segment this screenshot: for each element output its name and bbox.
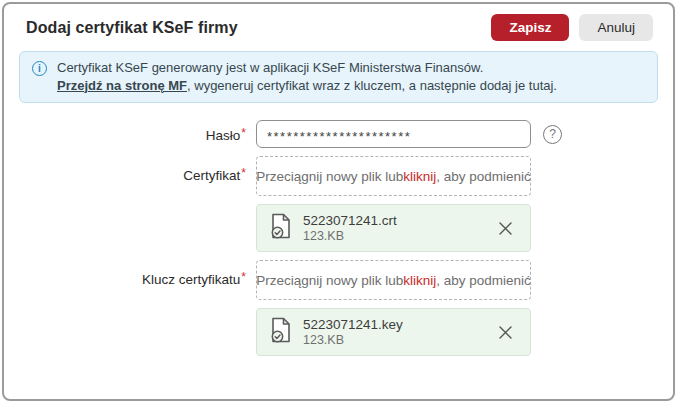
save-button[interactable]: Zapisz: [491, 14, 569, 41]
certificate-label: Certyfikat*: [19, 156, 256, 196]
certificate-form: Hasło* ? Certyfikat* Przeciągnij nowy pl…: [4, 103, 673, 356]
file-check-icon: [270, 212, 293, 244]
certificate-key-row: Klucz certyfikatu* Przeciągnij nowy plik…: [19, 260, 673, 300]
password-input[interactable]: [256, 120, 531, 148]
certificate-key-label: Klucz certyfikatu*: [19, 260, 256, 300]
info-text: Certyfikat KSeF generowany jest w aplika…: [57, 59, 557, 94]
certificate-key-file-card: 5223071241.key 123.KB: [256, 308, 531, 356]
header-buttons: Zapisz Anuluj: [491, 14, 653, 41]
question-circle-icon[interactable]: ?: [543, 125, 562, 144]
file-check-icon: [270, 316, 293, 348]
file-meta: 5223071241.crt 123.KB: [303, 212, 494, 244]
file-name: 5223071241.key: [303, 316, 494, 333]
info-line-1: Certyfikat KSeF generowany jest w aplika…: [57, 59, 557, 77]
mf-site-link[interactable]: Przejdź na stronę MF: [57, 78, 187, 93]
password-field-wrap: ?: [256, 120, 562, 148]
remove-certificate-file-button[interactable]: [494, 217, 516, 239]
certificate-file-row: 5223071241.crt 123.KB: [19, 204, 673, 252]
required-asterisk: *: [241, 126, 246, 140]
file-meta: 5223071241.key 123.KB: [303, 316, 494, 348]
certificate-key-dropzone[interactable]: Przeciągnij nowy plik lub kliknij, aby p…: [256, 260, 531, 300]
certificate-dropzone[interactable]: Przeciągnij nowy plik lub kliknij, aby p…: [256, 156, 531, 196]
certificate-row: Certyfikat* Przeciągnij nowy plik lub kl…: [19, 156, 673, 196]
dropzone-text: Przeciągnij nowy plik lub: [256, 273, 403, 288]
file-name: 5223071241.crt: [303, 212, 494, 229]
dropzone-text-suffix: , aby podmienić: [436, 273, 531, 288]
remove-certificate-key-file-button[interactable]: [494, 321, 516, 343]
add-ksef-certificate-dialog: Dodaj certyfikat KSeF firmy Zapisz Anulu…: [2, 2, 675, 401]
password-label: Hasło*: [19, 126, 256, 143]
info-banner: i Certyfikat KSeF generowany jest w apli…: [19, 51, 658, 103]
password-row: Hasło* ?: [19, 120, 673, 148]
info-line-2: Przejdź na stronę MF, wygeneruj certyfik…: [57, 77, 557, 95]
page-title: Dodaj certyfikat KSeF firmy: [26, 19, 238, 37]
file-size: 123.KB: [303, 229, 494, 244]
dropzone-text: Przeciągnij nowy plik lub: [256, 169, 403, 184]
certificate-file-card: 5223071241.crt 123.KB: [256, 204, 531, 252]
required-asterisk: *: [241, 166, 246, 180]
dropzone-click-link[interactable]: kliknij: [403, 273, 436, 288]
dropzone-text-suffix: , aby podmienić: [436, 169, 531, 184]
file-size: 123.KB: [303, 333, 494, 348]
info-icon: i: [32, 61, 47, 76]
info-line-2-rest: , wygeneruj certyfikat wraz z kluczem, a…: [187, 78, 557, 93]
required-asterisk: *: [241, 270, 246, 284]
dialog-header: Dodaj certyfikat KSeF firmy Zapisz Anulu…: [4, 4, 673, 49]
certificate-key-file-row: 5223071241.key 123.KB: [19, 308, 673, 356]
dropzone-click-link[interactable]: kliknij: [403, 169, 436, 184]
cancel-button[interactable]: Anuluj: [579, 14, 653, 41]
